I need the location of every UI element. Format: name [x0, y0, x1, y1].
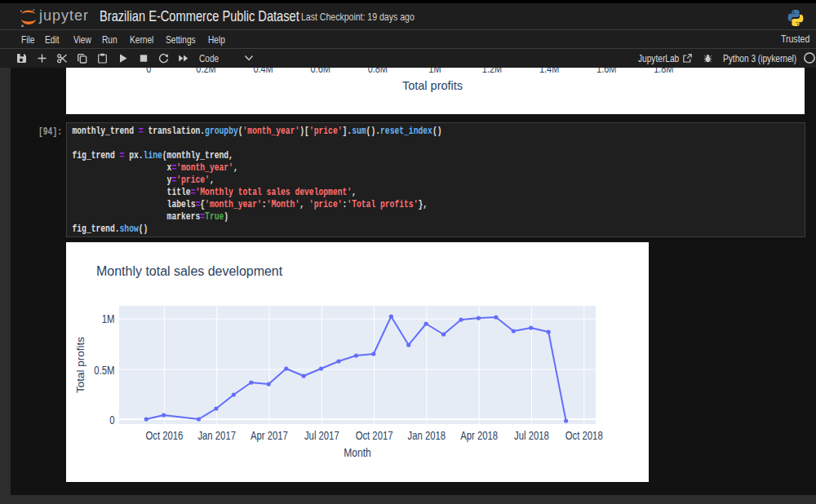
svg-text:Total profits: Total profits: [74, 337, 86, 393]
svg-text:0: 0: [109, 413, 114, 427]
svg-text:Jul 2017: Jul 2017: [304, 429, 339, 443]
svg-text:1.4M: 1.4M: [539, 68, 559, 75]
svg-text:Month: Month: [344, 445, 371, 460]
svg-text:Oct 2016: Oct 2016: [145, 429, 183, 443]
svg-text:1.6M: 1.6M: [596, 68, 616, 75]
svg-text:Apr 2018: Apr 2018: [460, 429, 498, 443]
svg-text:0.6M: 0.6M: [311, 68, 330, 75]
svg-text:1.2M: 1.2M: [482, 68, 502, 75]
svg-text:0.4M: 0.4M: [253, 68, 273, 75]
svg-text:1.8M: 1.8M: [654, 68, 673, 75]
svg-text:0: 0: [146, 68, 151, 75]
svg-text:1M: 1M: [428, 68, 441, 75]
svg-text:Oct 2018: Oct 2018: [565, 429, 603, 443]
svg-text:Jan 2017: Jan 2017: [197, 429, 236, 443]
svg-text:Jul 2018: Jul 2018: [514, 429, 549, 443]
svg-text:0.2M: 0.2M: [196, 68, 215, 75]
svg-text:Oct 2017: Oct 2017: [356, 429, 393, 443]
svg-text:Monthly total sales developmen: Monthly total sales development: [96, 263, 283, 279]
svg-text:Total profits: Total profits: [402, 79, 463, 92]
svg-text:0.5M: 0.5M: [94, 364, 114, 378]
svg-text:1M: 1M: [102, 312, 115, 326]
svg-text:Jan 2018: Jan 2018: [408, 429, 446, 443]
svg-text:0.8M: 0.8M: [368, 68, 388, 75]
svg-text:Apr 2017: Apr 2017: [251, 429, 288, 443]
